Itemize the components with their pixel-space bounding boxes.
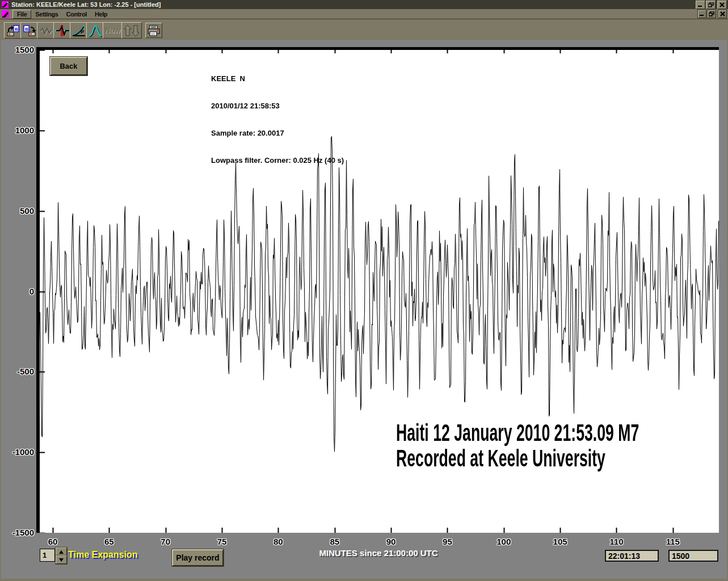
restore-icon[interactable] — [706, 1, 716, 9]
record-info-block: KEELE N 2010/01/12 21:58:53 Sample rate:… — [211, 56, 344, 183]
x-tick-label: 95 — [443, 537, 452, 546]
travel-time-button[interactable]: P — [70, 22, 87, 39]
x-tick-label: 65 — [104, 537, 114, 546]
toolbar: B B — [0, 19, 728, 40]
record-datetime-line: 2010/01/12 21:58:53 — [211, 102, 344, 111]
pick-arrival-button[interactable] — [53, 22, 71, 39]
svg-text:B: B — [15, 27, 18, 32]
svg-text:P: P — [81, 29, 84, 35]
svg-text:B: B — [25, 27, 28, 32]
y-tick-label: -1500 — [6, 528, 34, 537]
down-arrow-icon — [59, 558, 64, 562]
print-button[interactable] — [145, 23, 162, 38]
save-record-button[interactable]: B — [20, 22, 38, 39]
title-bar: Station: KEELE/Keele Lat: 53 Lon: -2.25 … — [0, 0, 728, 9]
x-tick-label: 90 — [386, 537, 396, 546]
menu-bar: File Settings Control Help — [0, 9, 728, 19]
x-tick-label: 110 — [609, 537, 623, 546]
play-record-label: Play record — [176, 553, 219, 562]
x-tick-label: 80 — [273, 537, 283, 546]
travel-time-curve-icon: P — [71, 24, 86, 37]
x-tick-label: 105 — [553, 537, 567, 546]
up-down-arrows-icon — [124, 24, 140, 37]
amaseis-window: Station: KEELE/Keele Lat: 53 Lon: -2.25 … — [0, 0, 728, 581]
x-tick-label: 100 — [496, 537, 511, 546]
filter-bell-icon — [88, 24, 103, 37]
event-annotation-line2: Recorded at Keele University — [396, 444, 728, 472]
app-icon — [2, 1, 9, 8]
waveform-button[interactable] — [37, 22, 54, 39]
menu-settings[interactable]: Settings — [31, 10, 62, 18]
minimize-icon[interactable] — [696, 1, 705, 9]
now-button-label: Now — [105, 26, 120, 35]
x-tick-label: 115 — [666, 537, 680, 546]
x-tick-label: 70 — [161, 537, 170, 546]
window-title: Station: KEELE/Keele Lat: 53 Lon: -2.25 … — [11, 1, 161, 8]
time-expansion-label: Time Expansion — [68, 550, 137, 560]
y-tick-label: 500 — [6, 206, 34, 216]
y-tick-label: -500 — [6, 367, 34, 376]
x-axis-caption: MINUTES since 21:00:00 UTC — [265, 548, 492, 558]
filter-button[interactable] — [86, 22, 104, 39]
load-record-icon: B — [6, 24, 20, 37]
back-button[interactable]: Back — [50, 57, 87, 75]
record-filter-line: Lowpass filter. Corner: 0.025 Hz (40 s) — [211, 156, 344, 165]
event-annotation-line1: Haiti 12 January 2010 21:53.09 M7 — [396, 419, 728, 447]
plot-client-area: 150010005000-500-1000-1500 6065707580859… — [1, 40, 727, 579]
printer-icon — [148, 25, 160, 36]
current-time-field[interactable]: 22:01:13 — [605, 550, 659, 562]
x-tick-label: 75 — [217, 537, 227, 546]
amplitude-scale-field[interactable]: 1500 — [668, 550, 718, 562]
window-bottom-frame — [0, 579, 728, 581]
mdi-close-icon[interactable] — [718, 10, 727, 18]
record-station-line: KEELE N — [211, 74, 344, 83]
up-arrow-icon — [59, 550, 64, 554]
pick-arrival-icon — [55, 24, 70, 37]
waveform-icon — [39, 25, 53, 36]
save-record-icon: B — [23, 24, 36, 37]
mdi-minimize-icon[interactable] — [697, 10, 706, 18]
y-tick-label: 1500 — [6, 45, 34, 54]
x-tick-label: 60 — [48, 537, 58, 546]
scroll-arrows-button[interactable] — [121, 22, 142, 39]
menu-file[interactable]: File — [12, 10, 31, 19]
y-tick-label: 1000 — [6, 125, 34, 135]
menu-help[interactable]: Help — [91, 10, 111, 18]
load-record-button[interactable]: B — [4, 22, 22, 39]
close-icon[interactable] — [717, 1, 727, 9]
time-expansion-input[interactable]: 1 — [40, 549, 55, 562]
menu-control[interactable]: Control — [62, 10, 91, 18]
play-record-button[interactable]: Play record — [172, 549, 224, 566]
y-tick-label: 0 — [6, 287, 34, 296]
time-expansion-spin-down[interactable] — [56, 555, 67, 564]
back-button-label: Back — [60, 62, 77, 70]
x-tick-label: 85 — [330, 537, 339, 546]
mdi-restore-icon[interactable] — [707, 10, 716, 18]
time-expansion-spin-up[interactable] — [56, 548, 67, 556]
mdi-child-icon — [2, 10, 9, 18]
record-samplerate-line: Sample rate: 20.0017 — [211, 129, 344, 138]
y-tick-label: -1000 — [6, 447, 34, 457]
now-button[interactable]: Now — [103, 22, 123, 39]
